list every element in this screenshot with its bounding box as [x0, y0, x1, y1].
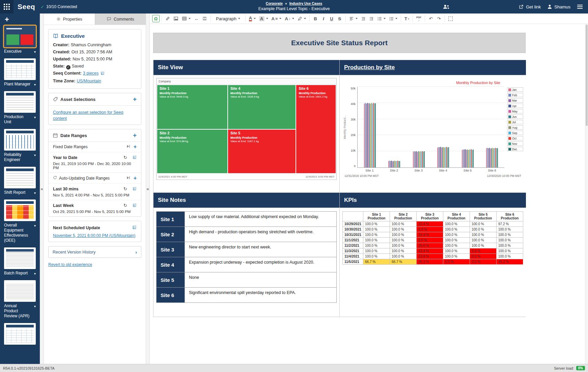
report-thumbnail[interactable] [4, 26, 36, 47]
chevron-down-icon[interactable]: ▾ [34, 82, 36, 87]
edit-date-range-icon[interactable] [133, 155, 137, 161]
sidebar-item-overall-equipment-effectiveness-oee[interactable]: Overall Equipment Effectiveness (OEE)▾ [4, 200, 36, 243]
kpi-value-cell: 45.2 % [496, 259, 523, 265]
site-view-treemap[interactable]: Company Site 1 Monthly Production Value … [156, 78, 337, 180]
sidebar-item-label: Overall Equipment Effectiveness (OEE)▾ [4, 223, 36, 243]
chevron-down-icon[interactable]: ▾ [34, 190, 36, 195]
scrollbar-thumb[interactable] [586, 25, 588, 126]
jump-to-date-icon[interactable] [127, 144, 130, 149]
highlight-color-dropdown[interactable]: A [258, 15, 269, 23]
apps-menu-button[interactable] [0, 0, 13, 14]
date-range-entry[interactable]: Last Week↻Oct 29, 2021 5:00 PM - Nov 5, … [49, 200, 141, 216]
next-update-link[interactable]: November 5, 2021 6:00:00 PM (US/Mountain… [53, 233, 137, 238]
tab-properties[interactable]: Properties [44, 14, 95, 25]
add-date-range-button[interactable]: + [134, 145, 137, 149]
link-icon [165, 16, 170, 21]
insert-table-button[interactable] [180, 15, 192, 23]
indent-button[interactable] [368, 15, 375, 23]
font-family-dropdown[interactable]: A≡ [270, 15, 283, 23]
chevron-down-icon[interactable]: ▾ [34, 153, 36, 158]
add-date-range-button[interactable]: + [134, 176, 137, 180]
report-thumbnail[interactable] [4, 91, 36, 113]
full-width-button[interactable]: ↔ [193, 15, 200, 23]
insert-link-button[interactable] [164, 15, 171, 23]
get-link-button[interactable]: Get link [519, 4, 541, 9]
document-header: Executive [53, 33, 137, 39]
edit-date-range-icon[interactable] [133, 186, 137, 192]
align-dropdown[interactable] [348, 15, 359, 23]
undo-button[interactable]: ↶ [427, 15, 435, 23]
revert-to-old-experience-link[interactable]: Revert to old experience [48, 262, 92, 267]
sidebar-item-reliability-engineer[interactable]: Reliability Engineer▾ [4, 129, 36, 162]
report-thumbnail[interactable] [4, 247, 36, 269]
manage-access-button[interactable] [443, 4, 450, 9]
sidebar-collapse-handle[interactable]: « [40, 14, 44, 364]
chevron-down-icon[interactable]: ▾ [34, 304, 36, 309]
panel-collapse-handle[interactable]: « [146, 14, 150, 364]
add-date-range-button[interactable]: + [133, 133, 137, 138]
sidebar-item-shift-report[interactable]: Shift Report▾ [4, 167, 36, 195]
edit-content-icon[interactable] [101, 71, 105, 78]
sidebar-item-annual-product-review-apr[interactable]: Annual Product Review (APR)▾ [4, 280, 36, 319]
edit-schedule-icon[interactable] [132, 225, 137, 231]
toolbar-separator [245, 15, 246, 22]
field-link[interactable]: 3 pieces [83, 71, 99, 76]
date-range-entry[interactable]: Last 30 mins↻Nov 5, 2021 4:00 PM - Nov 5… [49, 183, 141, 200]
unordered-list-dropdown[interactable] [388, 15, 399, 23]
production-chart[interactable]: Monthly Production by Site Monthly Produ… [342, 78, 523, 180]
topic-document[interactable]: Executive Site Status Report Site View P… [150, 24, 588, 364]
add-document-button[interactable]: + [0, 16, 14, 26]
bold-button[interactable]: B [312, 15, 319, 23]
configure-asset-selection-link[interactable]: Configure an asset selection for Seeq co… [53, 110, 123, 121]
insert-image-button[interactable] [172, 15, 180, 23]
user-menu-button[interactable]: Shamus [548, 4, 570, 9]
refresh-date-range-icon[interactable]: ↻ [123, 187, 127, 191]
signature-dropdown[interactable] [296, 15, 307, 23]
recent-version-history-button[interactable]: Recent Version History › [48, 246, 141, 258]
report-thumbnail[interactable] [4, 58, 36, 80]
clear-formatting-button[interactable]: Tx [403, 15, 411, 23]
outdent-button[interactable] [360, 15, 367, 23]
date-range-entry[interactable]: Year to Date↻Dec 31, 2019 10:00 PM - Dec… [49, 152, 141, 172]
sidebar-item-batch-report[interactable]: Batch Report▾ [4, 247, 36, 276]
thumb-decor [6, 64, 34, 78]
hamburger-menu-button[interactable] [577, 5, 583, 9]
document-scrollbar[interactable] [585, 24, 588, 364]
breadcrumb-industry-use-cases[interactable]: Industry Use Cases [289, 1, 322, 5]
insert-seeq-content-button[interactable]: Ω [152, 15, 160, 22]
document-name: Executive [61, 33, 85, 39]
sidebar-item-production-unit[interactable]: Production Unit▾ [4, 91, 36, 125]
refresh-date-range-icon[interactable]: ↻ [123, 204, 127, 208]
chevron-down-icon[interactable]: ▾ [34, 271, 36, 276]
report-thumbnail[interactable] [4, 129, 36, 151]
ordered-list-dropdown[interactable] [376, 15, 387, 23]
font-size-dropdown[interactable]: A↕ [283, 15, 295, 23]
underline-button[interactable]: U [328, 15, 335, 23]
text-color-dropdown[interactable]: A [248, 15, 257, 23]
edit-date-range-icon[interactable] [133, 203, 137, 209]
breadcrumb-corporate[interactable]: Corporate [266, 1, 283, 5]
report-thumbnail[interactable] [4, 167, 36, 188]
chevron-down-icon[interactable]: ▾ [34, 223, 36, 228]
sidebar-item-plant-manager[interactable]: Plant Manager▾ [4, 58, 36, 87]
sidebar-item-executive[interactable]: Executive▾ [4, 26, 36, 54]
sidebar-item-partial-8[interactable] [4, 323, 36, 345]
pdf-export-button[interactable]: PDF↓ [415, 15, 423, 23]
jump-to-date-icon[interactable] [127, 176, 130, 181]
page-break-button[interactable] [201, 15, 208, 23]
report-thumbnail[interactable] [4, 280, 36, 302]
add-asset-selection-button[interactable]: + [133, 97, 137, 102]
chevron-down-icon[interactable]: ▾ [34, 49, 36, 54]
redo-button[interactable]: ↷ [435, 15, 443, 23]
italic-button[interactable]: I [320, 15, 327, 23]
field-link[interactable]: US/Mountain [77, 79, 101, 83]
paragraph-style-dropdown[interactable]: Paragraph [213, 15, 243, 23]
report-thumbnail[interactable] [4, 200, 36, 221]
refresh-date-range-icon[interactable]: ↻ [123, 156, 127, 160]
strikethrough-button[interactable]: S [336, 15, 343, 23]
report-thumbnail[interactable] [4, 323, 36, 345]
tab-comments[interactable]: Comments [95, 14, 146, 25]
x-tick-label: Site 6 [488, 168, 496, 172]
border-toggle-button[interactable] [447, 15, 454, 23]
chevron-down-icon[interactable]: ▾ [34, 115, 36, 120]
